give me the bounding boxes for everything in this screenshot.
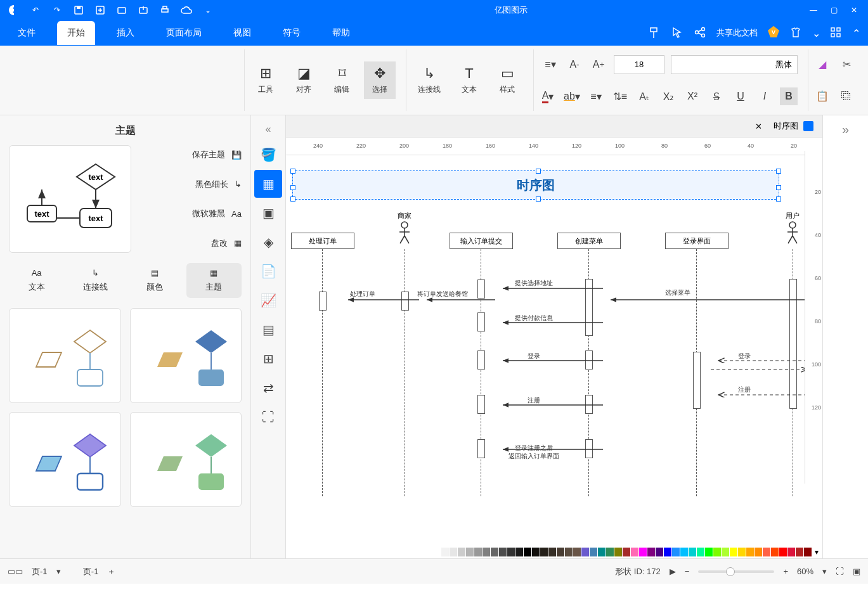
zoom-slider[interactable] <box>698 570 774 573</box>
color-swatch[interactable] <box>689 548 696 556</box>
activation-bar[interactable] <box>693 352 701 409</box>
color-swatch[interactable] <box>548 548 556 556</box>
bold-icon[interactable]: B <box>780 87 798 105</box>
collapse-left-icon[interactable]: ⌃ <box>852 27 860 39</box>
export-icon[interactable] <box>134 1 152 19</box>
menu-page-layout[interactable]: 页面布局 <box>156 21 212 45</box>
color-swatch[interactable] <box>796 548 803 556</box>
pages-icon[interactable]: ▭▭ <box>8 567 23 576</box>
align-button[interactable]: ◪对齐 <box>288 61 320 99</box>
menu-help[interactable]: 帮助 <box>322 21 360 45</box>
fit-page-icon[interactable]: ▣ <box>853 567 860 576</box>
color-swatch[interactable] <box>639 548 647 556</box>
copy-icon[interactable]: ⿻ <box>838 87 855 105</box>
underline-icon[interactable]: U <box>732 87 749 105</box>
color-swatch[interactable] <box>466 548 474 556</box>
strike-icon[interactable]: S̶ <box>708 87 725 105</box>
case-icon[interactable]: Aₜ <box>635 87 653 105</box>
actor-user[interactable]: 用户 <box>784 211 801 247</box>
canvas[interactable]: 时序图 用户 登录界面 创建菜单 输入订单提交 商家 <box>286 155 805 546</box>
fill-icon[interactable]: ◢ <box>813 55 831 73</box>
color-swatch[interactable] <box>557 548 564 556</box>
activation-bar[interactable] <box>789 279 797 409</box>
page-name-right[interactable]: 页-1 <box>32 566 48 577</box>
layers-icon[interactable]: ◈ <box>254 228 282 256</box>
color-swatch[interactable] <box>433 548 441 556</box>
document-tab[interactable]: 时序图 ✕ <box>286 115 822 138</box>
theme-card[interactable] <box>130 308 242 403</box>
color-swatch[interactable] <box>540 548 548 556</box>
increase-font-icon[interactable]: A+ <box>590 56 607 74</box>
color-swatch[interactable] <box>515 548 523 556</box>
cloud-icon[interactable] <box>178 1 195 19</box>
cut-icon[interactable]: ✂ <box>838 55 855 73</box>
page-name-left[interactable]: 页-1 <box>83 566 99 577</box>
theme-grid-icon[interactable]: ▦ <box>254 170 282 198</box>
subscript-icon[interactable]: X₂ <box>659 87 677 105</box>
chart-icon[interactable]: 📈 <box>254 286 282 314</box>
color-swatch[interactable] <box>598 548 606 556</box>
save-icon[interactable] <box>70 1 87 19</box>
color-swatch[interactable] <box>565 548 573 556</box>
theme-tab-theme[interactable]: ▦主题 <box>186 263 242 298</box>
color-swatch[interactable] <box>458 548 465 556</box>
open-icon[interactable] <box>113 1 131 19</box>
close-tab-icon[interactable]: ✕ <box>755 122 762 131</box>
menu-symbol[interactable]: 符号 <box>273 21 311 45</box>
image-icon[interactable]: ▣ <box>254 199 282 227</box>
present-icon[interactable]: ▶ <box>670 567 676 576</box>
color-swatch[interactable] <box>623 548 630 556</box>
color-swatch[interactable] <box>705 548 713 556</box>
tools-button[interactable]: ⊞工具 <box>250 61 282 99</box>
menu-insert[interactable]: 插入 <box>107 21 145 45</box>
connector-button[interactable]: ↳连接线 <box>411 61 447 99</box>
color-swatch[interactable] <box>804 548 812 556</box>
bullet-icon[interactable]: ≡▾ <box>587 87 605 105</box>
color-swatch[interactable] <box>771 548 779 556</box>
bold-option[interactable]: 盘改▦ <box>140 238 242 249</box>
font-color-icon[interactable]: A▾ <box>539 87 557 105</box>
color-swatch[interactable] <box>779 548 787 556</box>
font-name-input[interactable] <box>671 55 798 74</box>
color-swatch[interactable] <box>656 548 663 556</box>
color-swatch[interactable] <box>722 548 729 556</box>
color-swatch[interactable] <box>680 548 688 556</box>
minimize-button[interactable]: — <box>805 1 822 19</box>
line-height-icon[interactable]: ⇅≡ <box>611 87 629 105</box>
zoom-dropdown-icon[interactable]: ▾ <box>822 567 827 576</box>
zoom-in-icon[interactable]: + <box>783 567 788 576</box>
theme-tab-text[interactable]: Aa文本 <box>9 263 64 298</box>
color-swatch[interactable] <box>738 548 746 556</box>
font-option[interactable]: 微软雅黑Aa <box>140 208 242 219</box>
color-swatch[interactable] <box>581 548 589 556</box>
color-swatch[interactable] <box>524 548 531 556</box>
lane-process[interactable]: 处理订单 <box>291 233 354 249</box>
font-size-input[interactable] <box>614 55 664 74</box>
color-swatch[interactable] <box>631 548 638 556</box>
note-icon[interactable]: 📄 <box>254 257 282 285</box>
color-swatch[interactable] <box>441 548 449 556</box>
fit-window-icon[interactable]: ⛶ <box>836 567 844 576</box>
theme-card[interactable] <box>9 412 121 507</box>
dropdown-icon[interactable]: ⌄ <box>812 27 820 39</box>
share-icon[interactable] <box>694 26 708 40</box>
align-h-icon[interactable]: ≡▾ <box>541 56 559 74</box>
table-icon[interactable]: ▤ <box>254 316 282 344</box>
color-swatch[interactable] <box>491 548 498 556</box>
activation-bar[interactable] <box>585 279 593 336</box>
color-swatch[interactable] <box>763 548 770 556</box>
theme-tab-connector[interactable]: ↳连接线 <box>68 263 123 298</box>
color-swatch[interactable] <box>507 548 515 556</box>
lane-login[interactable]: 登录界面 <box>665 233 729 249</box>
color-swatch[interactable] <box>499 548 507 556</box>
select-button[interactable]: ✥选择 <box>364 61 396 99</box>
more-icon[interactable]: ⌄ <box>199 1 217 19</box>
zoom-out-icon[interactable]: − <box>685 567 690 576</box>
activation-bar[interactable] <box>585 350 593 369</box>
color-swatch[interactable] <box>672 548 680 556</box>
theme-card[interactable] <box>130 412 242 507</box>
highlight-icon[interactable]: ab▾ <box>563 87 581 105</box>
menu-start[interactable]: 开始 <box>57 21 95 45</box>
collapse-sidebar-icon[interactable]: « <box>254 119 282 139</box>
maximize-button[interactable]: ▢ <box>825 1 843 19</box>
